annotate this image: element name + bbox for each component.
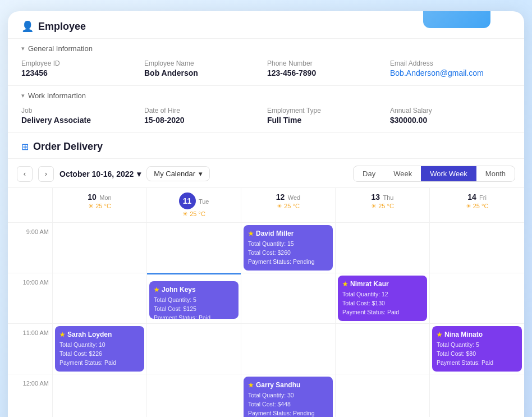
event-nina-minato[interactable]: ★Nina Minato Total Quantity: 5 Total Cos… xyxy=(432,326,522,372)
order-delivery-header: ⊞ Order Delivery xyxy=(8,133,524,159)
employee-id-label: Employee ID xyxy=(21,59,142,67)
event-sarah-loyden[interactable]: ★Sarah Loyden Total Quantity: 10 Total C… xyxy=(55,326,144,372)
view-tabs-group: Day Week Work Week Month xyxy=(353,166,515,182)
cell-12am-fri xyxy=(430,374,524,417)
email-label: Email Address xyxy=(390,59,511,67)
star-icon-2: ★ xyxy=(154,285,159,295)
day-header-wed: 12 Wed ☀ 25 °C xyxy=(241,188,336,223)
tab-day[interactable]: Day xyxy=(354,166,384,181)
day-name-mon: Mon xyxy=(99,194,111,201)
general-info-grid: Employee ID 123456 Employee Name Bob And… xyxy=(8,56,524,86)
hire-date-cell: Date of Hire 15-08-2020 xyxy=(144,107,265,125)
cell-11am-thu xyxy=(336,324,430,374)
day-name-fri: Fri xyxy=(479,194,487,201)
star-icon: ★ xyxy=(248,229,254,239)
chevron-icon-2: ▾ xyxy=(21,92,25,99)
job-value: Delivery Associate xyxy=(21,116,142,125)
day-header-thu: 13 Thu ☀ 25 °C xyxy=(336,188,430,223)
tab-week[interactable]: Week xyxy=(384,166,421,181)
time-slot-10am: 10:00 AM xyxy=(8,273,53,324)
order-delivery-title: Order Delivery xyxy=(33,141,103,153)
phone-label: Phone Number xyxy=(267,59,388,67)
weather-thu: ☀ 25 °C xyxy=(339,203,426,210)
person-icon: 👤 xyxy=(21,20,34,33)
event-status-david: Payment Status: Pending xyxy=(248,258,328,267)
event-qty-sarah: Total Quantity: 10 xyxy=(59,341,140,350)
employee-name-label: Employee Name xyxy=(144,59,265,67)
job-label: Job xyxy=(21,107,142,114)
general-info-label: General Information xyxy=(28,44,93,53)
cell-10am-fri xyxy=(430,273,524,324)
event-john-keys[interactable]: ★John Keys Total Quantity: 5 Total Cost:… xyxy=(149,281,239,319)
day-header-fri: 14 Fri ☀ 25 °C xyxy=(430,188,524,223)
tab-month[interactable]: Month xyxy=(476,166,515,181)
tab-work-week[interactable]: Work Week xyxy=(421,166,476,181)
event-cost-sarah: Total Cost: $226 xyxy=(59,350,140,359)
event-cost-john: Total Cost: $125 xyxy=(154,305,234,314)
event-name-sarah: Sarah Loyden xyxy=(67,329,112,340)
event-garry-sandhu[interactable]: ★Garry Sandhu Total Quantity: 30 Total C… xyxy=(244,377,333,417)
cell-9am-mon xyxy=(53,223,147,273)
day-name-wed: Wed xyxy=(288,194,300,201)
day-header-tue: 11 Tue ☀ 25 °C xyxy=(147,188,241,223)
day-header-mon: 10 Mon ☀ 25 °C xyxy=(53,188,147,223)
email-cell: Email Address Bob.Anderson@gmail.com xyxy=(390,59,511,77)
event-status-sarah: Payment Status: Paid xyxy=(59,359,140,368)
event-name-nimrat: Nimrat Kaur xyxy=(350,279,389,289)
cell-12am-mon xyxy=(53,374,147,417)
event-cost-nina: Total Cost: $80 xyxy=(437,350,517,359)
general-info-toggle[interactable]: ▾ General Information xyxy=(8,39,524,56)
email-value[interactable]: Bob.Anderson@gmail.com xyxy=(390,68,511,77)
event-cost-garry: Total Cost: $448 xyxy=(248,400,328,409)
hire-date-label: Date of Hire xyxy=(144,107,265,114)
cell-9am-fri xyxy=(430,223,524,273)
employee-title: Employee xyxy=(38,21,86,33)
calendar-toolbar: ‹ › October 10-16, 2022 ▾ My Calendar ▾ … xyxy=(8,159,524,187)
weather-tue: ☀ 25 °C xyxy=(150,210,237,218)
date-range-label: October 10-16, 2022 xyxy=(59,169,134,178)
grid-icon: ⊞ xyxy=(21,141,29,152)
phone-cell: Phone Number 123-456-7890 xyxy=(267,59,388,77)
event-name-john: John Keys xyxy=(162,285,196,295)
prev-nav-button[interactable]: ‹ xyxy=(17,166,33,182)
star-icon-3: ★ xyxy=(342,279,348,289)
event-status-john: Payment Status: Paid xyxy=(154,314,234,323)
next-nav-button[interactable]: › xyxy=(38,166,54,182)
cell-12am-tue xyxy=(147,374,241,417)
event-qty-nimrat: Total Quantity: 12 xyxy=(342,290,423,299)
cell-10am-tue: ★John Keys Total Quantity: 5 Total Cost:… xyxy=(147,273,241,324)
event-cost-nimrat: Total Cost: $130 xyxy=(342,299,423,308)
day-num-12: 12 xyxy=(276,193,285,201)
cell-10am-mon xyxy=(53,273,147,324)
employment-type-label: Employment Type xyxy=(267,107,388,114)
event-nimrat-kaur[interactable]: ★Nimrat Kaur Total Quantity: 12 Total Co… xyxy=(338,276,427,321)
employee-name-cell: Employee Name Bob Anderson xyxy=(144,59,265,77)
cell-9am-thu xyxy=(336,223,430,273)
work-info-toggle[interactable]: ▾ Work Informartion xyxy=(8,86,524,103)
time-header-empty xyxy=(8,188,53,223)
time-slot-9am: 9:00 AM xyxy=(8,223,53,273)
event-status-nina: Payment Status: Paid xyxy=(437,359,517,368)
event-david-miller[interactable]: ★David Miller Total Quantity: 15 Total C… xyxy=(244,225,333,271)
time-slot-11am: 11:00 AM xyxy=(8,324,53,374)
event-cost-david: Total Cost: $260 xyxy=(248,249,328,258)
employee-id-value: 123456 xyxy=(21,68,142,77)
event-name-garry: Garry Sandhu xyxy=(256,380,300,390)
date-range-button[interactable]: October 10-16, 2022 ▾ xyxy=(59,169,141,178)
cell-9am-tue xyxy=(147,223,241,273)
calendar-selector-button[interactable]: My Calendar ▾ xyxy=(146,166,210,181)
weather-mon: ☀ 25 °C xyxy=(56,203,143,210)
work-info-grid: Job Delivery Associate Date of Hire 15-0… xyxy=(8,103,524,133)
date-range-chevron: ▾ xyxy=(137,169,141,178)
star-icon-5: ★ xyxy=(437,330,442,340)
cell-11am-tue xyxy=(147,324,241,374)
cell-10am-thu: ★Nimrat Kaur Total Quantity: 12 Total Co… xyxy=(336,273,430,324)
weather-wed: ☀ 25 °C xyxy=(245,203,332,210)
event-qty-nina: Total Quantity: 5 xyxy=(437,341,517,350)
calendar-chevron: ▾ xyxy=(199,169,203,178)
star-icon-6: ★ xyxy=(248,381,254,390)
chevron-icon: ▾ xyxy=(21,45,25,52)
work-info-label: Work Informartion xyxy=(28,91,86,100)
cell-12am-thu xyxy=(336,374,430,417)
employment-type-value: Full Time xyxy=(267,116,388,125)
